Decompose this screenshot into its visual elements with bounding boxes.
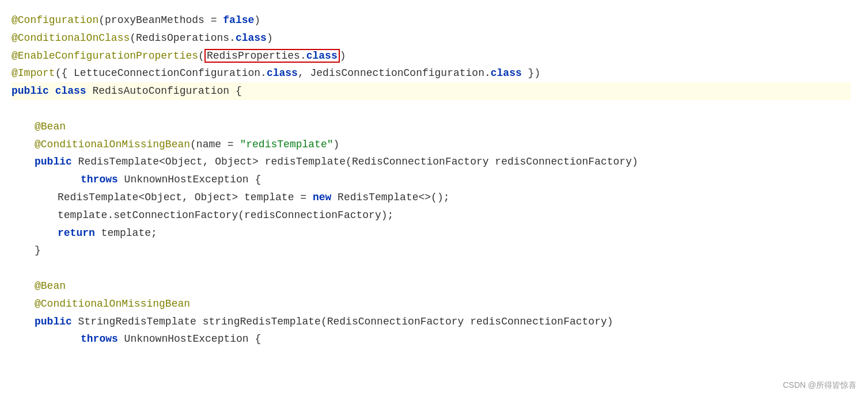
- code-line-16: @Bean: [12, 277, 851, 295]
- annotation-import: @Import: [12, 67, 55, 79]
- code-container: @Configuration(proxyBeanMethods = false)…: [0, 0, 868, 397]
- code-line-14: }: [12, 242, 851, 259]
- code-line-17: @ConditionalOnMissingBean: [12, 295, 851, 313]
- code-line-8: @ConditionalOnMissingBean(name = "redisT…: [12, 136, 851, 154]
- annotation-bean-1: @Bean: [35, 121, 66, 132]
- code-line-18: public StringRedisTemplate stringRedisTe…: [12, 313, 851, 331]
- code-line-4: @Import({ LettuceConnectionConfiguration…: [12, 64, 851, 82]
- code-line-2: @ConditionalOnClass(RedisOperations.clas…: [12, 29, 851, 47]
- code-line-1: @Configuration(proxyBeanMethods = false): [12, 12, 851, 29]
- annotation-conditionalonmissingbean-1: @ConditionalOnMissingBean: [35, 139, 190, 150]
- code-line-13: return template;: [12, 224, 851, 242]
- code-line-7: @Bean: [12, 118, 851, 136]
- annotation-enableconfigurationproperties: @EnableConfigurationProperties: [12, 50, 198, 62]
- code-line-3: @EnableConfigurationProperties(RedisProp…: [12, 47, 851, 65]
- annotation-conditionalonmissingbean-2: @ConditionalOnMissingBean: [35, 298, 190, 310]
- code-line-19: throws UnknownHostException {: [12, 330, 851, 348]
- annotation-conditionalonclass: @ConditionalOnClass: [12, 32, 130, 44]
- code-line-10: throws UnknownHostException {: [12, 171, 851, 189]
- annotation-configuration: @Configuration: [12, 14, 98, 26]
- code-line-11: RedisTemplate<Object, Object> template =…: [12, 189, 851, 207]
- code-line-15: [12, 259, 851, 277]
- code-line-6: [12, 100, 851, 118]
- boxed-redisproperties: RedisProperties.class: [204, 49, 340, 63]
- code-line-12: template.setConnectionFactory(redisConne…: [12, 207, 851, 224]
- annotation-bean-2: @Bean: [35, 280, 66, 292]
- code-line-9: public RedisTemplate<Object, Object> red…: [12, 153, 851, 171]
- code-line-5: public class RedisAutoConfiguration {: [12, 82, 851, 100]
- watermark: CSDN @所得皆惊喜: [783, 379, 856, 391]
